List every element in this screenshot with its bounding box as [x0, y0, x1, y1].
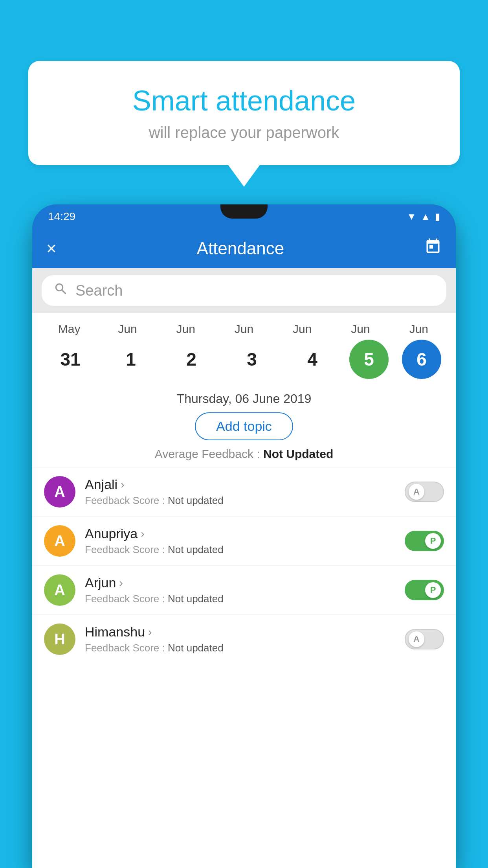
screen-content: Search May Jun Jun Jun Jun Jun Jun 31 1 …: [32, 268, 456, 868]
calendar-months-row: May Jun Jun Jun Jun Jun Jun: [32, 322, 456, 336]
attendance-toggle-arjun[interactable]: P: [405, 580, 444, 600]
bubble-subtitle: will replace your paperwork: [52, 124, 436, 142]
student-name-anupriya[interactable]: Anupriya ›: [85, 526, 395, 541]
student-info-himanshu: Himanshu › Feedback Score : Not updated: [85, 624, 395, 654]
search-bar[interactable]: Search: [42, 275, 446, 306]
date-1[interactable]: 1: [107, 340, 154, 379]
student-name-anjali[interactable]: Anjali ›: [85, 477, 395, 492]
speech-bubble-container: Smart attendance will replace your paper…: [28, 61, 460, 187]
app-title: Attendance: [197, 239, 284, 258]
toggle-knob-anupriya: P: [425, 533, 441, 549]
chevron-icon: ›: [121, 478, 124, 491]
toggle-anjali[interactable]: A: [405, 482, 444, 502]
toggle-knob-himanshu: A: [409, 631, 424, 647]
attendance-toggle-himanshu[interactable]: A: [405, 629, 444, 649]
wifi-icon: ▼: [407, 211, 416, 222]
student-list: A Anjali › Feedback Score : Not updated …: [32, 467, 456, 664]
status-bar: 14:29 ▼ ▲ ▮: [32, 204, 456, 229]
student-item-anupriya[interactable]: A Anupriya › Feedback Score : Not update…: [32, 516, 456, 565]
student-score-arjun: Feedback Score : Not updated: [85, 593, 395, 605]
student-item-anjali[interactable]: A Anjali › Feedback Score : Not updated …: [32, 467, 456, 516]
bubble-title: Smart attendance: [52, 85, 436, 117]
chevron-icon: ›: [119, 577, 123, 589]
attendance-toggle-anjali[interactable]: A: [405, 482, 444, 502]
chevron-icon: ›: [141, 528, 144, 540]
search-placeholder: Search: [75, 282, 123, 299]
student-item-himanshu[interactable]: H Himanshu › Feedback Score : Not update…: [32, 614, 456, 664]
date-4[interactable]: 4: [289, 340, 336, 379]
attendance-toggle-anupriya[interactable]: P: [405, 531, 444, 551]
student-info-arjun: Arjun › Feedback Score : Not updated: [85, 575, 395, 605]
avatar-himanshu: H: [44, 623, 75, 655]
selected-date-label: Thursday, 06 June 2019: [32, 387, 456, 412]
month-3: Jun: [220, 322, 268, 336]
date-0[interactable]: 31: [47, 340, 94, 379]
month-4: Jun: [279, 322, 326, 336]
student-name-arjun[interactable]: Arjun ›: [85, 575, 395, 590]
add-topic-button[interactable]: Add topic: [195, 412, 293, 440]
avatar-anjali: A: [44, 476, 75, 508]
toggle-knob-arjun: P: [425, 582, 441, 598]
avg-feedback-value: Not Updated: [263, 447, 333, 460]
signal-icon: ▲: [421, 211, 430, 222]
speech-bubble-tail: [228, 165, 260, 187]
month-5: Jun: [337, 322, 384, 336]
student-info-anjali: Anjali › Feedback Score : Not updated: [85, 477, 395, 507]
student-item-arjun[interactable]: A Arjun › Feedback Score : Not updated P: [32, 565, 456, 614]
date-5-today[interactable]: 5: [349, 340, 389, 379]
toggle-knob-anjali: A: [409, 484, 424, 500]
student-score-himanshu: Feedback Score : Not updated: [85, 642, 395, 654]
close-button[interactable]: ×: [46, 239, 57, 258]
month-1: Jun: [104, 322, 151, 336]
phone-frame: 14:29 ▼ ▲ ▮ × Attendance Search: [32, 204, 456, 868]
avatar-anupriya: A: [44, 525, 75, 557]
toggle-himanshu[interactable]: A: [405, 629, 444, 649]
toggle-anupriya[interactable]: P: [405, 531, 444, 551]
student-score-anupriya: Feedback Score : Not updated: [85, 544, 395, 556]
student-info-anupriya: Anupriya › Feedback Score : Not updated: [85, 526, 395, 556]
status-icons: ▼ ▲ ▮: [407, 211, 440, 222]
calendar-dates-row[interactable]: 31 1 2 3 4 5 6: [32, 336, 456, 387]
date-6-selected[interactable]: 6: [402, 340, 441, 379]
student-score-anjali: Feedback Score : Not updated: [85, 495, 395, 507]
chevron-icon: ›: [148, 626, 152, 638]
student-name-himanshu[interactable]: Himanshu ›: [85, 624, 395, 640]
calendar-strip[interactable]: May Jun Jun Jun Jun Jun Jun 31 1 2 3 4 5…: [32, 313, 456, 387]
avatar-arjun: A: [44, 574, 75, 606]
toggle-arjun[interactable]: P: [405, 580, 444, 600]
date-3[interactable]: 3: [228, 340, 275, 379]
date-2[interactable]: 2: [168, 340, 215, 379]
avg-feedback-label: Average Feedback :: [155, 447, 260, 460]
search-icon: [53, 281, 68, 300]
speech-bubble: Smart attendance will replace your paper…: [28, 61, 460, 165]
month-2: Jun: [162, 322, 209, 336]
calendar-button[interactable]: [424, 238, 442, 259]
search-bar-container: Search: [32, 268, 456, 313]
month-6: Jun: [395, 322, 442, 336]
notch: [220, 204, 268, 219]
status-time: 14:29: [48, 210, 75, 223]
avg-feedback: Average Feedback : Not Updated: [32, 447, 456, 467]
battery-icon: ▮: [435, 211, 440, 222]
app-bar: × Attendance: [32, 229, 456, 268]
month-0: May: [46, 322, 93, 336]
